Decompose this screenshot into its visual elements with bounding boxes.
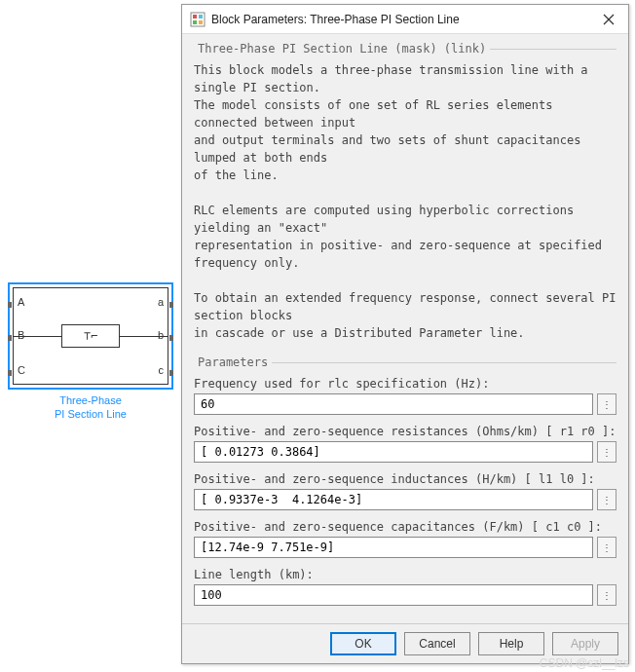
more-button[interactable]: ⋮ — [597, 441, 616, 463]
param-inductance: Positive- and zero-sequence inductances … — [194, 472, 616, 510]
apply-button[interactable]: Apply — [552, 632, 618, 655]
close-icon — [603, 14, 615, 25]
ok-button[interactable]: OK — [330, 632, 396, 655]
block-graphic: A B C a b c ⊤⌐ — [13, 287, 168, 385]
block-parameters-dialog: Block Parameters: Three-Phase PI Section… — [181, 4, 629, 664]
param-label: Frequency used for rlc specification (Hz… — [194, 377, 616, 391]
more-button[interactable]: ⋮ — [597, 537, 616, 558]
svg-rect-3 — [193, 20, 197, 24]
close-button[interactable] — [589, 5, 628, 34]
port-label-b: b — [158, 329, 164, 341]
app-icon — [190, 12, 205, 27]
pi-icon: ⊤⌐ — [61, 324, 120, 348]
port-stub — [8, 370, 12, 376]
svg-rect-4 — [199, 20, 203, 24]
param-label: Positive- and zero-sequence resistances … — [194, 425, 616, 438]
capacitance-input[interactable] — [194, 537, 593, 558]
port-label-C: C — [18, 364, 25, 376]
param-frequency: Frequency used for rlc specification (Hz… — [194, 377, 616, 415]
dialog-title: Block Parameters: Three-Phase PI Section… — [211, 13, 589, 26]
caption-line: Three-Phase — [59, 394, 122, 406]
dialog-button-bar: OK Cancel Help Apply — [182, 623, 628, 663]
inductance-input[interactable] — [194, 489, 593, 510]
param-length: Line length (km): ⋮ — [194, 568, 616, 606]
frequency-input[interactable] — [194, 393, 593, 415]
more-button[interactable]: ⋮ — [597, 489, 616, 510]
param-label: Positive- and zero-sequence capacitances… — [194, 520, 616, 534]
port-stub — [169, 335, 173, 341]
more-button[interactable]: ⋮ — [597, 584, 616, 606]
block-tile[interactable]: A B C a b c ⊤⌐ — [8, 282, 173, 390]
port-stub — [169, 302, 173, 308]
wire — [119, 336, 168, 337]
caption-line: PI Section Line — [55, 408, 127, 420]
parameters-legend: Parameters — [194, 355, 272, 369]
port-stub — [8, 335, 12, 341]
port-label-A: A — [18, 296, 24, 308]
length-input[interactable] — [194, 584, 593, 606]
param-resistance: Positive- and zero-sequence resistances … — [194, 425, 616, 463]
param-capacitance: Positive- and zero-sequence capacitances… — [194, 520, 616, 558]
port-stub — [8, 302, 12, 308]
port-label-B: B — [18, 329, 24, 341]
parameters-group: Parameters Frequency used for rlc specif… — [194, 355, 616, 616]
block-caption: Three-Phase PI Section Line — [8, 393, 173, 422]
resistance-input[interactable] — [194, 441, 593, 463]
param-label: Line length (km): — [194, 568, 616, 581]
param-label: Positive- and zero-sequence inductances … — [194, 472, 616, 486]
port-stub — [169, 370, 173, 376]
mask-description: This block models a three-phase transmis… — [194, 61, 616, 342]
cancel-button[interactable]: Cancel — [404, 632, 470, 655]
titlebar[interactable]: Block Parameters: Three-Phase PI Section… — [182, 5, 628, 34]
more-button[interactable]: ⋮ — [597, 393, 616, 415]
svg-rect-1 — [193, 15, 197, 19]
mask-legend: Three-Phase PI Section Line (mask) (link… — [194, 42, 490, 56]
port-label-a: a — [158, 296, 164, 308]
mask-description-group: Three-Phase PI Section Line (mask) (link… — [194, 42, 616, 350]
simulink-block[interactable]: A B C a b c ⊤⌐ Three-Phase PI Section Li… — [8, 282, 173, 422]
svg-rect-2 — [199, 15, 203, 19]
help-button[interactable]: Help — [478, 632, 544, 655]
wire — [14, 336, 62, 337]
port-label-c: c — [159, 364, 165, 376]
dialog-body: Three-Phase PI Section Line (mask) (link… — [182, 34, 628, 623]
